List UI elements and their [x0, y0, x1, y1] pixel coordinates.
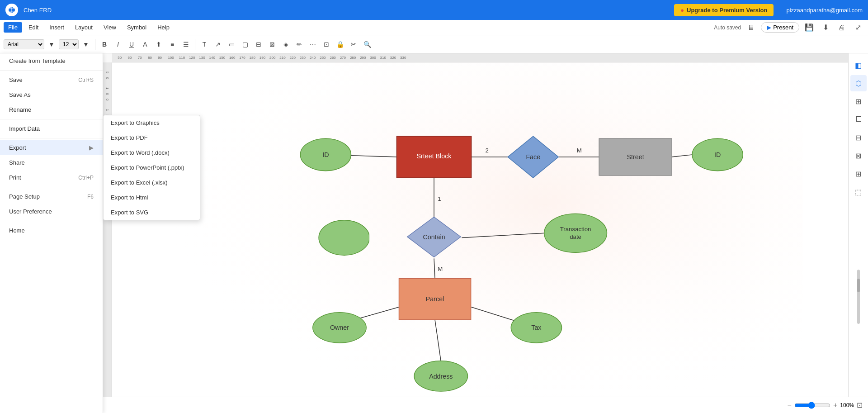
zoom-out-button[interactable]: −: [788, 401, 792, 409]
download-icon[interactable]: ⬇: [819, 21, 832, 34]
menu-insert[interactable]: Insert: [45, 22, 69, 33]
font-size-dropdown[interactable]: ▼: [45, 38, 58, 51]
fm-user-preference[interactable]: User Preference: [0, 204, 103, 219]
fm-div1: [0, 70, 103, 71]
app-logo: [5, 4, 18, 16]
svg-text:2: 2: [486, 147, 489, 154]
svg-text:Tax: Tax: [531, 324, 541, 331]
menu-file[interactable]: File: [4, 22, 22, 33]
size-dropdown[interactable]: ▼: [80, 38, 92, 51]
menu-symbol[interactable]: Symbol: [123, 22, 151, 33]
menu-layout[interactable]: Layout: [71, 22, 97, 33]
scrollbar-track[interactable]: [857, 270, 860, 324]
fit-page-button[interactable]: ⊡: [857, 401, 863, 409]
lock-tool[interactable]: 🔒: [334, 38, 346, 51]
save-topbar-icon[interactable]: 💾: [803, 21, 816, 34]
print-icon[interactable]: 🖨: [835, 21, 848, 34]
export-pdf[interactable]: Export to PDF: [104, 130, 200, 145]
fill-tool[interactable]: ◈: [279, 38, 292, 51]
svg-text:date: date: [570, 233, 581, 240]
fm-share[interactable]: Share: [0, 155, 103, 170]
menu-view[interactable]: View: [99, 22, 121, 33]
export-word[interactable]: Export to Word (.docx): [104, 145, 200, 160]
svg-point-15: [319, 220, 369, 256]
export-svg[interactable]: Export to SVG: [104, 205, 200, 220]
export-graphics[interactable]: Export to Graphics: [104, 115, 200, 130]
bookmark-panel-icon[interactable]: ⊟: [850, 129, 867, 146]
group-panel-icon[interactable]: ⬚: [850, 184, 867, 200]
pen-tool[interactable]: ✏: [293, 38, 306, 51]
connector-tool[interactable]: ↗: [212, 38, 224, 51]
present-button[interactable]: Present: [761, 22, 799, 33]
line-tool[interactable]: ⊟: [252, 38, 265, 51]
autosaved-indicator: Auto saved 🖥 Present 💾 ⬇ 🖨 ⤢: [714, 21, 864, 34]
font-color-button[interactable]: A: [139, 38, 151, 51]
fm-save[interactable]: Save Ctrl+S: [0, 72, 103, 87]
diagram-svg: 2 M 1 M: [112, 62, 848, 413]
italic-button[interactable]: I: [112, 38, 124, 51]
svg-text:M: M: [438, 266, 443, 272]
font-select[interactable]: Arial: [4, 39, 44, 49]
fm-div2: [0, 119, 103, 119]
share-icon[interactable]: ⤢: [852, 21, 864, 34]
rounded-rect-tool[interactable]: ▢: [239, 38, 251, 51]
align-list-button[interactable]: ☰: [179, 38, 192, 51]
search-tool[interactable]: 🔍: [361, 38, 373, 51]
style-panel-icon[interactable]: ⬡: [850, 75, 867, 91]
crop-tool[interactable]: ⊠: [266, 38, 278, 51]
svg-rect-0: [157, 62, 803, 413]
export-html[interactable]: Export to Html: [104, 190, 200, 205]
table-panel-icon[interactable]: ⊞: [850, 93, 867, 109]
zoom-in-button[interactable]: +: [833, 401, 837, 409]
export-submenu: Export to Graphics Export to PDF Export …: [103, 115, 200, 220]
svg-text:ID: ID: [322, 151, 329, 158]
upgrade-button[interactable]: Upgrade to Premium Version: [674, 4, 774, 16]
menu-help[interactable]: Help: [153, 22, 174, 33]
underline-button[interactable]: U: [125, 38, 138, 51]
bottombar: ⊟ Page-1 Page-1 + − + 100% ⊡: [0, 397, 868, 413]
zoom-controls: − + 100% ⊡: [788, 401, 863, 409]
dash-tool[interactable]: ⋯: [307, 38, 319, 51]
fm-print[interactable]: Print Ctrl+P: [0, 170, 103, 185]
fm-page-setup[interactable]: Page Setup F6: [0, 189, 103, 204]
fm-export[interactable]: Export ▶: [0, 140, 103, 155]
app-title: Chen ERD: [24, 7, 52, 14]
topbar: Chen ERD Upgrade to Premium Version pizz…: [0, 0, 868, 20]
canvas-area[interactable]: 50 60 70 80 90 100 110 120 130 140 150 1…: [103, 53, 848, 413]
edit-tool[interactable]: ⊡: [320, 38, 333, 51]
zoom-level-label: 100%: [840, 402, 854, 408]
text-top-button[interactable]: ⬆: [152, 38, 165, 51]
svg-text:Street: Street: [627, 153, 644, 161]
layer-panel-icon[interactable]: ⧠: [850, 111, 867, 128]
fm-create-template[interactable]: Create from Template: [0, 53, 103, 68]
right-panel: ◧ ⬡ ⊞ ⧠ ⊟ ⊠ ⊞ ⬚ ↶: [848, 53, 868, 413]
format-panel-icon[interactable]: ◧: [850, 57, 867, 73]
rect-tool[interactable]: ▭: [225, 38, 238, 51]
fm-save-as[interactable]: Save As: [0, 87, 103, 102]
zoom-slider[interactable]: [794, 402, 830, 409]
toolbar: Arial ▼ 12 ▼ B I U A ⬆ ≡ ☰ T ↗ ▭ ▢ ⊟ ⊠ ◈…: [0, 35, 868, 53]
cut-tool[interactable]: ✂: [347, 38, 360, 51]
svg-text:Transaction: Transaction: [560, 226, 591, 233]
svg-text:1: 1: [438, 195, 441, 202]
person-panel-icon[interactable]: ⊞: [850, 166, 867, 182]
svg-text:M: M: [577, 147, 582, 154]
fm-import-data[interactable]: Import Data: [0, 121, 103, 136]
text-tool[interactable]: T: [198, 38, 211, 51]
export-excel[interactable]: Export to Excel (.xlsx): [104, 175, 200, 190]
fm-rename[interactable]: Rename: [0, 102, 103, 117]
main-area: Create from Template Save Ctrl+S Save As…: [0, 53, 868, 413]
menu-edit[interactable]: Edit: [24, 22, 43, 33]
svg-text:Contain: Contain: [423, 233, 445, 241]
diagram-canvas[interactable]: 2 M 1 M: [112, 62, 848, 413]
fm-home[interactable]: Home: [0, 223, 103, 238]
scrollbar-thumb[interactable]: [857, 279, 860, 292]
image-panel-icon[interactable]: ⊠: [850, 147, 867, 164]
svg-text:Address: Address: [429, 373, 453, 380]
bold-button[interactable]: B: [98, 38, 111, 51]
export-powerpoint[interactable]: Export to PowerPoint (.pptx): [104, 160, 200, 175]
size-select[interactable]: 12: [59, 39, 79, 49]
ruler-top: 50 60 70 80 90 100 110 120 130 140 150 1…: [112, 53, 848, 62]
align-center-button[interactable]: ≡: [166, 38, 179, 51]
display-icon: 🖥: [745, 21, 757, 34]
